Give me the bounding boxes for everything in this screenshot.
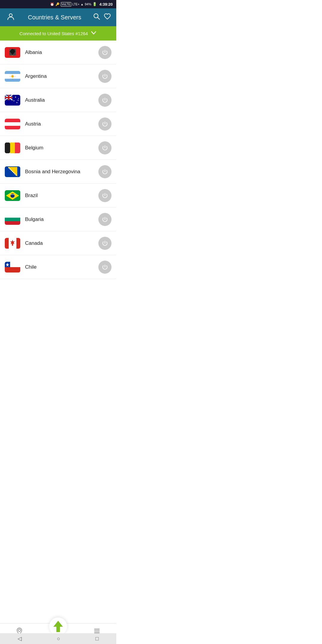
country-name: Argentina	[25, 73, 98, 79]
country-name: Canada	[25, 240, 98, 246]
connect-button[interactable]	[98, 189, 112, 202]
country-name: Brazil	[25, 193, 98, 199]
profile-icon[interactable]	[5, 13, 16, 22]
volte-icon: VoLTE	[61, 2, 71, 7]
country-name: Belgium	[25, 145, 98, 151]
svg-point-10	[11, 75, 14, 78]
flag-bosnia	[5, 166, 20, 177]
battery-level: 94%	[85, 2, 91, 6]
list-item[interactable]: Chile	[0, 255, 116, 279]
svg-rect-33	[10, 143, 15, 153]
svg-point-44	[14, 173, 16, 174]
country-name: Austria	[25, 121, 98, 127]
flag-australia: ★ ★ ★ ★ ★	[5, 95, 20, 106]
country-list: 🦅 ⬛ Albania	[0, 41, 116, 313]
country-name: Bulgaria	[25, 216, 98, 222]
svg-point-41	[11, 170, 12, 171]
flag-argentina	[5, 71, 20, 82]
svg-rect-52	[5, 221, 20, 225]
svg-point-0	[9, 14, 12, 17]
favorites-icon[interactable]	[104, 13, 111, 22]
svg-rect-8	[5, 71, 20, 74]
connection-banner[interactable]: Connected to United States #1264	[0, 26, 116, 41]
status-icons: ⏰ 🔑 VoLTE LTE+ ▲	[50, 2, 84, 7]
country-name: Albania	[25, 49, 98, 55]
connect-button[interactable]	[98, 46, 112, 59]
flag-belgium	[5, 143, 20, 153]
country-name: Chile	[25, 264, 98, 270]
svg-text:★: ★	[16, 102, 18, 103]
svg-rect-35	[16, 143, 20, 153]
svg-rect-29	[5, 122, 20, 126]
connect-button[interactable]	[98, 261, 112, 274]
signal-icon: ▲	[80, 3, 83, 6]
status-bar: ⏰ 🔑 VoLTE LTE+ ▲ 94% 🔋 4:39:20	[0, 0, 116, 8]
alarm-icon: ⏰	[50, 2, 54, 6]
flag-canada	[5, 238, 20, 249]
list-item[interactable]: Austria	[0, 112, 116, 136]
svg-point-48	[10, 193, 15, 198]
search-icon[interactable]	[93, 13, 100, 22]
svg-rect-9	[5, 79, 20, 82]
list-item[interactable]: Bulgaria	[0, 208, 116, 231]
header-actions	[93, 13, 111, 22]
list-item[interactable]: Brazil	[0, 184, 116, 208]
flag-chile	[5, 262, 20, 273]
app-header: Countries & Servers	[0, 8, 116, 26]
connect-button[interactable]	[98, 213, 112, 226]
key-icon: 🔑	[55, 2, 60, 6]
lte-icon: LTE+	[72, 3, 79, 6]
country-name: Bosnia and Herzegovina	[25, 169, 98, 175]
svg-rect-32	[5, 143, 8, 153]
flag-austria	[5, 119, 20, 129]
connect-button[interactable]	[98, 165, 112, 178]
clock: 4:39:20	[99, 2, 113, 7]
svg-point-39	[8, 167, 10, 168]
svg-rect-54	[5, 238, 9, 249]
list-item[interactable]: Belgium	[0, 136, 116, 160]
svg-text:★: ★	[13, 100, 15, 102]
svg-point-43	[13, 172, 14, 173]
list-item[interactable]: Bosnia and Herzegovina	[0, 160, 116, 184]
connect-button[interactable]	[98, 237, 112, 250]
svg-rect-36	[15, 143, 17, 153]
connect-button[interactable]	[98, 94, 112, 107]
svg-rect-58	[5, 267, 20, 273]
list-item[interactable]: Argentina	[0, 64, 116, 88]
svg-text:★: ★	[15, 96, 16, 98]
list-item[interactable]: 🦅 ⬛ Albania	[0, 41, 116, 64]
flag-albania: 🦅 ⬛	[5, 47, 20, 58]
flag-brazil	[5, 190, 20, 201]
svg-rect-22	[5, 97, 13, 98]
list-item[interactable]: ★ ★ ★ ★ ★ Australia	[0, 88, 116, 112]
country-name: Australia	[25, 97, 98, 103]
connect-button[interactable]	[98, 117, 112, 131]
list-item[interactable]: Canada	[0, 231, 116, 255]
connect-button[interactable]	[98, 70, 112, 83]
svg-rect-51	[5, 218, 20, 221]
svg-rect-50	[5, 214, 20, 218]
svg-point-40	[10, 168, 11, 170]
svg-rect-55	[16, 238, 20, 249]
svg-rect-56	[12, 243, 13, 246]
svg-text:★: ★	[17, 99, 19, 101]
connection-status: Connected to United States #1264	[19, 31, 88, 36]
svg-point-45	[16, 174, 17, 176]
chevron-down-icon	[90, 30, 97, 38]
svg-line-2	[97, 17, 100, 19]
battery-icon: 🔋	[92, 2, 97, 6]
page-title: Countries & Servers	[16, 14, 93, 21]
flag-bulgaria	[5, 214, 20, 225]
connect-button[interactable]	[98, 141, 112, 154]
svg-point-42	[12, 171, 13, 172]
